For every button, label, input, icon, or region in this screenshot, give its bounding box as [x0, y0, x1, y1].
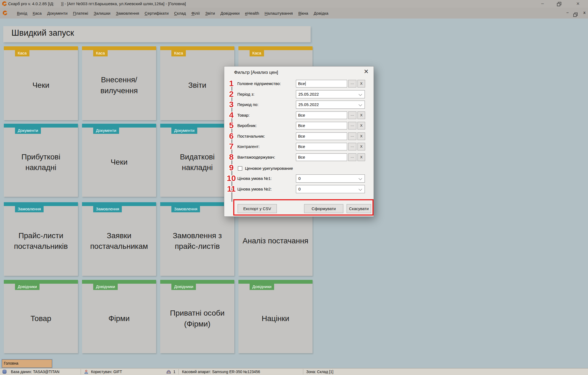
tile-r2c1[interactable]: ДокументиПрибуткові накладні — [4, 124, 78, 197]
menu-item-3[interactable]: Документи — [44, 11, 70, 16]
tile-r2c2[interactable]: ДокументиЧеки — [82, 124, 156, 197]
tile-color-bar — [4, 124, 78, 128]
tile-label: Приватні особи (Фірми) — [160, 284, 234, 353]
tile-label: Прибуткові накладні — [4, 128, 78, 197]
annotation-number-10: 10 — [227, 174, 236, 183]
tile-color-bar — [82, 46, 156, 50]
field-label-4: Товар: — [237, 113, 250, 117]
menu-item-14[interactable]: Вікна — [296, 11, 311, 16]
checkbox-label-9: Ценовое урегулирование — [245, 166, 293, 171]
app-logo-icon — [2, 1, 7, 6]
menu-items: ВихідКасаДокументиПлатежіЗалишкиЗамовлен… — [14, 8, 331, 19]
status-cash-register-text: Касовий апарат: Samsung ER-350 №123456 — [182, 368, 260, 375]
field-label-5: Виробник: — [237, 123, 257, 128]
lookup-more-button-4[interactable]: ··· — [348, 111, 356, 119]
menu-item-13[interactable]: Налаштування — [262, 11, 296, 16]
menu-item-2[interactable]: Каса — [30, 11, 44, 16]
annotation-highlight-rect — [233, 199, 374, 216]
field-label-6: Постачальник: — [237, 134, 265, 138]
page-title: Швидкий запуск — [11, 28, 74, 38]
menu-item-1[interactable]: Вихід — [14, 11, 30, 16]
annotation-number-6: 6 — [229, 131, 234, 141]
lookup-input-1[interactable]: Все — [296, 80, 347, 87]
lookup-more-button-7[interactable]: ··· — [348, 143, 356, 150]
menu-item-7[interactable]: Сертифікати — [142, 11, 171, 16]
combo-value: 25.05.2022 — [298, 101, 319, 108]
status-zone-text: Зона: Склад [1] — [306, 368, 334, 375]
window-title: Скарб pro v. 4.0.2.85 [ІД: )] - [Апт №00… — [8, 0, 186, 8]
tile-color-bar — [82, 124, 156, 128]
tile-r1c3[interactable]: КасаЗвіти — [160, 46, 234, 120]
lookup-clear-button-1[interactable]: X — [357, 80, 365, 87]
status-bar: База даних: TASA3@TITANКористувач: GIFT1… — [0, 368, 588, 375]
lookup-more-button-5[interactable]: ··· — [348, 122, 356, 129]
tile-r4c2[interactable]: ДовідникиФірми — [82, 280, 156, 353]
mdi-minimize-icon[interactable]: – — [565, 10, 571, 16]
chevron-down-icon — [359, 92, 362, 96]
annotation-number-1: 1 — [229, 79, 234, 88]
field-label-10: Цінова умова №1: — [237, 176, 272, 181]
tile-r2c3[interactable]: ДокументиВидаткові накладні — [160, 124, 234, 197]
lookup-input-4[interactable]: Все — [296, 111, 347, 119]
menu-item-10[interactable]: Звіти — [202, 11, 218, 16]
status-divider — [178, 369, 179, 374]
tile-label: Чеки — [82, 128, 156, 197]
tile-label: Прайс-листи постачальників — [4, 206, 78, 276]
lookup-more-button-6[interactable]: ··· — [348, 132, 356, 140]
lookup-clear-button-4[interactable]: X — [357, 111, 365, 119]
filter-dialog: Фильтр [Анализ цен] ✕ Головне підприемст… — [224, 66, 374, 217]
lookup-clear-button-8[interactable]: X — [357, 153, 365, 161]
tab-golovna[interactable]: Головна — [1, 359, 53, 368]
lookup-input-5[interactable]: Все — [296, 122, 347, 129]
tile-color-bar — [82, 202, 156, 206]
tile-label: Чеки — [4, 50, 78, 120]
menu-item-5[interactable]: Залишки — [91, 11, 113, 16]
annotation-number-11: 11 — [227, 184, 236, 193]
lookup-clear-button-6[interactable]: X — [357, 132, 365, 140]
menu-item-4[interactable]: Платежі — [70, 11, 91, 16]
mdi-close-icon[interactable]: x — [581, 10, 587, 16]
database-icon — [2, 370, 7, 375]
tile-color-bar — [160, 280, 234, 284]
combo-field-2[interactable]: 25.05.2022 — [296, 90, 365, 98]
field-label-8: Вантажоодержувач: — [237, 155, 275, 159]
lookup-input-6[interactable]: Все — [296, 132, 347, 140]
tile-r4c1[interactable]: ДовідникиТовар — [4, 280, 78, 353]
restore-icon[interactable] — [557, 2, 561, 6]
menu-item-11[interactable]: Довідники — [218, 11, 242, 16]
field-label-1: Головне підприемство: — [237, 81, 281, 86]
close-icon[interactable]: × — [574, 0, 581, 8]
field-label-11: Цінова умова №2: — [237, 187, 272, 191]
tile-r3c3[interactable]: ЗамовленняЗамовлення з прайс-листів — [160, 202, 234, 276]
lookup-input-8[interactable]: Все — [296, 153, 347, 161]
tile-r3c1[interactable]: ЗамовленняПрайс-листи постачальників — [4, 202, 78, 276]
annotation-number-4: 4 — [229, 110, 234, 120]
menu-item-9[interactable]: Філії — [189, 11, 202, 16]
tile-color-bar — [160, 202, 234, 206]
dialog-title: Фильтр [Анализ цен] — [234, 66, 278, 78]
menu-item-6[interactable]: Замовлення — [113, 11, 142, 16]
lookup-more-button-1[interactable]: ··· — [348, 80, 356, 87]
combo-field-11[interactable]: 0 — [296, 185, 365, 193]
menu-item-12[interactable]: eHealth — [242, 11, 262, 16]
tile-r4c4[interactable]: ДовідникиНацінки — [238, 280, 313, 353]
dialog-close-icon[interactable]: ✕ — [363, 68, 370, 75]
tile-r3c2[interactable]: ЗамовленняЗаявки постачальникам — [82, 202, 156, 276]
checkbox-field-9[interactable] — [238, 166, 242, 171]
combo-field-10[interactable]: 0 — [296, 174, 365, 183]
lookup-input-7[interactable]: Все — [296, 143, 347, 150]
tile-color-bar — [4, 202, 78, 206]
lookup-clear-button-7[interactable]: X — [357, 143, 365, 150]
mdi-restore-icon[interactable] — [573, 13, 577, 16]
menu-item-8[interactable]: Склад — [171, 11, 189, 16]
minimize-icon[interactable]: – — [539, 0, 546, 8]
combo-field-3[interactable]: 25.05.2022 — [296, 101, 365, 109]
tile-r1c2[interactable]: КасаВнесення/вилучення — [82, 46, 156, 120]
lookup-clear-button-5[interactable]: X — [357, 122, 365, 129]
lookup-more-button-8[interactable]: ··· — [348, 153, 356, 161]
tile-r4c3[interactable]: ДовідникиПриватні особи (Фірми) — [160, 280, 234, 353]
tile-color-bar — [238, 280, 313, 284]
tile-r1c1[interactable]: КасаЧеки — [4, 46, 78, 120]
annotation-number-7: 7 — [229, 142, 234, 151]
menu-item-15[interactable]: Довідка — [311, 11, 331, 16]
